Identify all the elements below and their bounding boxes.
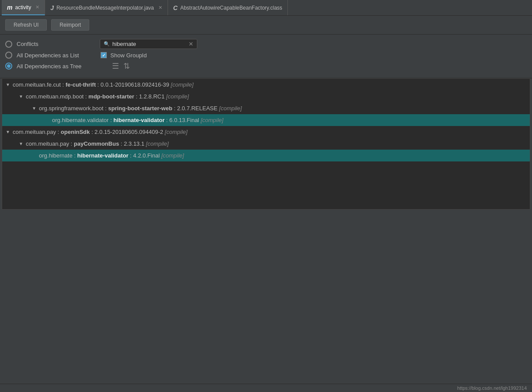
search-box: 🔍 ✕ <box>100 39 197 49</box>
tab-activity[interactable]: mactivity✕ <box>2 0 45 15</box>
dep-name-row6: payCommonBus <box>74 140 119 147</box>
dep-content-row4: org.hibernate.validator : hibernate-vali… <box>52 117 224 123</box>
search-clear-icon[interactable]: ✕ <box>189 41 193 47</box>
dep-group-row1: com.meituan.fe.cut : <box>13 81 66 88</box>
dep-name-row3: spring-boot-starter-web <box>108 105 172 112</box>
tab-resource[interactable]: JResourceBundleMessageInterpolator.java✕ <box>45 0 168 15</box>
filter-expand-icon[interactable]: ☰ <box>112 61 119 71</box>
tab-icon-resource: J <box>50 4 54 11</box>
checkbox-check: ✓ <box>102 53 105 58</box>
tab-close-activity[interactable]: ✕ <box>35 4 39 10</box>
dep-version-row1: : 0.0.1-20190618.092416-39 <box>96 81 169 88</box>
tab-abstract[interactable]: CAbstractAutowireCapableBeanFactory.clas… <box>168 0 288 15</box>
dep-row-row2[interactable]: ▼com.meituan.mdp.boot : mdp-boot-starter… <box>2 91 530 102</box>
options-panel: Conflicts 🔍 ✕ All Dependencies as List ✓… <box>0 35 532 78</box>
dep-scope-row1: [compile] <box>169 81 194 88</box>
all-deps-tree-label: All Dependencies as Tree <box>17 63 81 70</box>
dep-version-row2: : 1.2.8.RC1 <box>134 93 164 100</box>
filter-collapse-icon[interactable]: ⇅ <box>123 61 130 71</box>
dep-scope-row7: [compile] <box>160 152 184 159</box>
tab-icon-abstract: C <box>173 4 178 11</box>
dep-name-row4: hibernate-validator <box>113 117 164 123</box>
dep-scope-row6: [compile] <box>144 140 169 147</box>
tab-icon-activity: m <box>7 4 12 11</box>
tree-arrow-row2[interactable]: ▼ <box>19 94 26 99</box>
dep-group-row3: org.springframework.boot : <box>39 105 108 112</box>
dep-row-row7[interactable]: org.hibernate : hibernate-validator : 4.… <box>2 150 530 161</box>
tab-label-abstract: AbstractAutowireCapableBeanFactory.class <box>180 5 282 11</box>
search-input[interactable] <box>112 41 186 47</box>
tab-label-activity: activity <box>15 4 31 10</box>
dep-name-row5: openinSdk <box>61 129 90 135</box>
dep-version-row7: : 4.2.0.Final <box>128 152 160 159</box>
dep-scope-row5: [compile] <box>163 129 188 135</box>
dep-version-row6: : 2.3.13.1 <box>119 140 144 147</box>
radio-all-deps-tree[interactable] <box>5 63 12 70</box>
dep-scope-row2: [compile] <box>164 93 189 100</box>
tree-arrow-row1[interactable]: ▼ <box>6 82 13 87</box>
dep-scope-row3: [compile] <box>217 105 242 112</box>
dep-group-row5: com.meituan.pay : <box>13 129 61 135</box>
show-groupid-label: Show GroupId <box>110 52 147 59</box>
tab-close-resource[interactable]: ✕ <box>158 5 162 10</box>
status-url: https://blog.csdn.net/lgh1992314 <box>457 385 527 391</box>
dep-version-row3: : 2.0.7.RELEASE <box>172 105 217 112</box>
dep-scope-row4: [compile] <box>199 117 224 123</box>
tab-bar: mactivity✕JResourceBundleMessageInterpol… <box>0 0 532 16</box>
radio-conflicts[interactable] <box>5 41 12 48</box>
all-deps-list-row: All Dependencies as List ✓ Show GroupId <box>5 52 527 59</box>
dep-content-row6: com.meituan.pay : payCommonBus : 2.3.13.… <box>26 140 169 147</box>
dep-row-row1[interactable]: ▼com.meituan.fe.cut : fe-cut-thrift : 0.… <box>2 79 530 91</box>
search-icon: 🔍 <box>104 41 110 47</box>
tree-arrow-row6[interactable]: ▼ <box>19 141 26 146</box>
tab-label-resource: ResourceBundleMessageInterpolator.java <box>56 5 154 11</box>
status-bar: https://blog.csdn.net/lgh1992314 <box>0 384 532 392</box>
toolbar: Refresh UI Reimport <box>0 16 532 35</box>
dep-content-row2: com.meituan.mdp.boot : mdp-boot-starter … <box>26 93 189 100</box>
dep-name-row2: mdp-boot-starter <box>88 93 134 100</box>
all-deps-list-label: All Dependencies as List <box>17 52 79 59</box>
dep-content-row1: com.meituan.fe.cut : fe-cut-thrift : 0.0… <box>13 81 193 88</box>
conflicts-row: Conflicts 🔍 ✕ <box>5 39 527 49</box>
filter-icons: ☰ ⇅ <box>112 61 130 71</box>
reimport-button[interactable]: Reimport <box>51 19 89 31</box>
dep-version-row4: : 6.0.13.Final <box>164 117 199 123</box>
all-deps-tree-row: All Dependencies as Tree ☰ ⇅ <box>5 61 527 71</box>
radio-all-deps-list[interactable] <box>5 52 12 59</box>
dep-row-row4[interactable]: org.hibernate.validator : hibernate-vali… <box>2 114 530 126</box>
dep-group-row6: com.meituan.pay : <box>26 140 74 147</box>
dep-group-row4: org.hibernate.validator : <box>52 117 113 123</box>
dependency-list: ▼com.meituan.fe.cut : fe-cut-thrift : 0.… <box>2 78 530 210</box>
dep-name-row7: hibernate-validator <box>77 152 128 159</box>
dep-group-row2: com.meituan.mdp.boot : <box>26 93 88 100</box>
tree-arrow-row5[interactable]: ▼ <box>6 130 13 134</box>
dep-row-row6[interactable]: ▼com.meituan.pay : payCommonBus : 2.3.13… <box>2 138 530 150</box>
dep-row-row3[interactable]: ▼org.springframework.boot : spring-boot-… <box>2 102 530 114</box>
conflicts-label: Conflicts <box>17 41 38 47</box>
refresh-ui-button[interactable]: Refresh UI <box>5 19 47 31</box>
dep-content-row7: org.hibernate : hibernate-validator : 4.… <box>39 152 184 159</box>
dep-content-row3: org.springframework.boot : spring-boot-s… <box>39 105 242 112</box>
dep-group-row7: org.hibernate : <box>39 152 77 159</box>
dep-content-row5: com.meituan.pay : openinSdk : 2.0.15-201… <box>13 129 188 135</box>
dep-version-row5: : 2.0.15-20180605.094409-2 <box>90 129 163 135</box>
dep-name-row1: fe-cut-thrift <box>66 81 96 88</box>
checkbox-box: ✓ <box>101 52 107 58</box>
tree-arrow-row3[interactable]: ▼ <box>32 106 39 111</box>
show-groupid-checkbox[interactable]: ✓ Show GroupId <box>101 52 147 59</box>
dep-row-row5[interactable]: ▼com.meituan.pay : openinSdk : 2.0.15-20… <box>2 126 530 138</box>
